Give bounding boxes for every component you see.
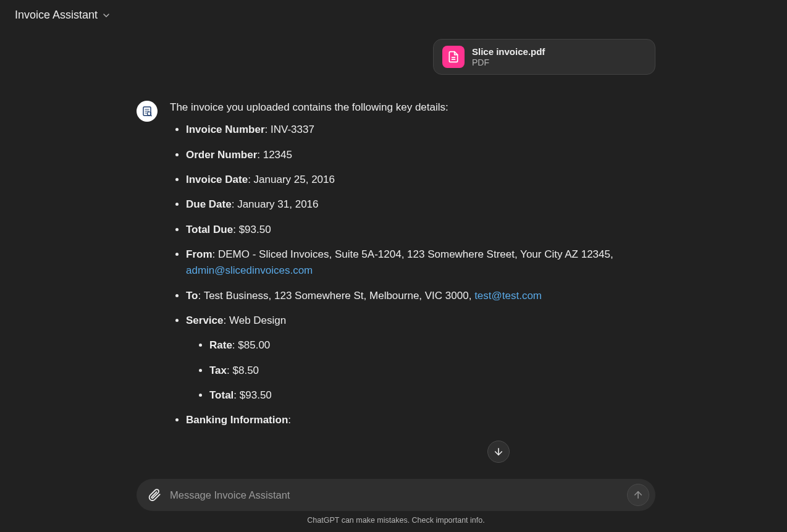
- list-item: Invoice Date: January 25, 2016: [186, 172, 655, 188]
- list-item: Rate: $85.00: [209, 337, 655, 353]
- list-item: Total: $93.50: [209, 387, 655, 403]
- assistant-text: The invoice you uploaded contains the fo…: [170, 99, 655, 437]
- attachment-type: PDF: [472, 57, 545, 67]
- composer: [137, 479, 655, 511]
- app-title: Invoice Assistant: [15, 9, 98, 22]
- attachment-card[interactable]: Slice invoice.pdf PDF: [433, 39, 655, 75]
- chat-scroll-area[interactable]: Slice invoice.pdf PDF: [5, 27, 787, 473]
- message-input[interactable]: [170, 489, 621, 501]
- list-item: Due Date: January 31, 2016: [186, 196, 655, 213]
- chevron-down-icon: [101, 11, 111, 20]
- assistant-message: The invoice you uploaded contains the fo…: [137, 99, 655, 437]
- paperclip-icon: [148, 488, 161, 502]
- list-item: Tax: $8.50: [209, 363, 655, 379]
- list-item: Banking Information:: [186, 412, 655, 428]
- list-item: To: Test Business, 123 Somewhere St, Mel…: [186, 288, 655, 304]
- list-item: Order Number: 12345: [186, 147, 655, 163]
- list-item: Service: Web Design Rate: $85.00 Tax: $8…: [186, 313, 655, 403]
- list-item: Total Due: $93.50: [186, 222, 655, 238]
- email-link[interactable]: admin@slicedinvoices.com: [186, 264, 313, 276]
- scroll-to-bottom-button[interactable]: [487, 441, 510, 463]
- file-icon: [442, 46, 465, 68]
- list-item: From: DEMO - Sliced Invoices, Suite 5A-1…: [186, 247, 655, 279]
- footer-disclaimer: ChatGPT can make mistakes. Check importa…: [5, 511, 787, 528]
- send-button[interactable]: [627, 484, 649, 506]
- attachment-name: Slice invoice.pdf: [472, 46, 545, 57]
- assistant-intro: The invoice you uploaded contains the fo…: [170, 99, 655, 116]
- arrow-down-icon: [493, 446, 504, 457]
- email-link[interactable]: test@test.com: [474, 290, 542, 302]
- arrow-up-icon: [633, 489, 644, 500]
- user-message: Slice invoice.pdf PDF: [137, 39, 655, 75]
- model-switcher[interactable]: Invoice Assistant: [5, 0, 787, 27]
- attach-button[interactable]: [145, 486, 164, 504]
- list-item: Invoice Number: INV-3337: [186, 122, 655, 138]
- assistant-avatar: [137, 101, 158, 122]
